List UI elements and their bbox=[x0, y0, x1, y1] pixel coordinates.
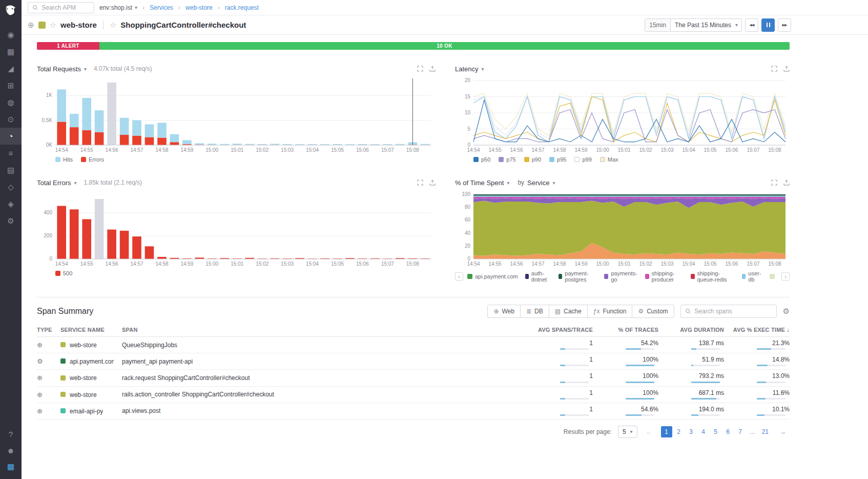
column-header[interactable]: TYPE bbox=[37, 323, 60, 337]
table-row[interactable]: ⊕ email-api-py api.views.post 1 54.6% 19… bbox=[37, 403, 790, 419]
expand-icon[interactable] bbox=[771, 66, 777, 72]
expand-icon[interactable] bbox=[417, 179, 423, 186]
legend-scroll-right-icon[interactable]: › bbox=[781, 272, 790, 281]
filter-db-button[interactable]: ≣DB bbox=[520, 305, 549, 318]
legend-scroll-left-icon[interactable]: ‹ bbox=[455, 272, 463, 281]
filter-web-button[interactable]: ⊕Web bbox=[487, 305, 521, 318]
table-row[interactable]: ⚙ api.payment.com payment_api payment-ap… bbox=[37, 353, 790, 370]
favorite-service-star-icon[interactable]: ☆ bbox=[50, 21, 56, 30]
group-by-select[interactable]: Service bbox=[527, 179, 549, 187]
span-search-box[interactable] bbox=[680, 305, 777, 318]
table-row[interactable]: ⊕ web-store QueueShippingJobs 1 54.2% 13… bbox=[37, 337, 790, 353]
per-page-select[interactable]: 5 ▾ bbox=[618, 426, 637, 438]
filter-custom-button[interactable]: ⚙Custom bbox=[632, 305, 674, 318]
sidebar-item-dashboards[interactable]: ▦ bbox=[0, 43, 22, 60]
favorite-resource-star-icon[interactable]: ☆ bbox=[110, 21, 116, 30]
page-button-6[interactable]: 6 bbox=[722, 426, 734, 437]
env-filter-dropdown[interactable]: env:shop.ist ▾ bbox=[99, 4, 137, 11]
apm-search-input[interactable] bbox=[40, 4, 90, 12]
page-button-21[interactable]: 21 bbox=[759, 426, 771, 437]
pause-button[interactable] bbox=[761, 18, 775, 32]
sidebar-item-logs[interactable]: ≡ bbox=[0, 145, 22, 162]
export-icon[interactable] bbox=[429, 179, 436, 186]
page-button-1[interactable]: 1 bbox=[661, 426, 672, 437]
latency-chart[interactable]: 0510152014:5414:5514:5614:5714:5814:5915… bbox=[455, 76, 790, 153]
panel-title[interactable]: Total Requests bbox=[37, 65, 81, 73]
chevron-down-icon[interactable]: ▾ bbox=[84, 66, 87, 72]
time-range-select[interactable]: 15min The Past 15 Minutes ▾ bbox=[645, 18, 742, 32]
sidebar-item-monitors[interactable]: ◍ bbox=[0, 94, 22, 111]
sidebar-item-watchdog[interactable]: ◉ bbox=[0, 26, 22, 43]
legend-item[interactable]: Errors bbox=[81, 156, 104, 163]
legend-item[interactable]: Hits bbox=[55, 156, 73, 163]
legend-item[interactable]: p99 bbox=[574, 156, 591, 163]
prev-page-button[interactable]: ← bbox=[644, 426, 655, 437]
filter-function-button[interactable]: ƒxFunction bbox=[587, 305, 633, 318]
panel-title[interactable]: Latency bbox=[455, 65, 479, 73]
sidebar-item-bits[interactable]: ▩ bbox=[0, 460, 22, 474]
legend-item[interactable]: Max bbox=[600, 156, 618, 163]
span-search-input[interactable] bbox=[693, 307, 772, 315]
sidebar-item-help[interactable]: ? bbox=[0, 427, 22, 441]
datadog-logo[interactable] bbox=[5, 4, 17, 18]
panel-title[interactable]: % of Time Spent bbox=[455, 179, 504, 187]
sidebar-item-settings[interactable]: ⚙ bbox=[0, 212, 22, 229]
sidebar-item-infrastructure[interactable]: ⊞ bbox=[0, 77, 22, 94]
table-row[interactable]: ⊕ web-store rack.request ShoppingCartCon… bbox=[37, 370, 790, 386]
export-icon[interactable] bbox=[783, 179, 790, 186]
page-button-7[interactable]: 7 bbox=[735, 426, 746, 437]
page-button-4[interactable]: 4 bbox=[698, 426, 709, 437]
sidebar-item-notebooks[interactable]: ▤ bbox=[0, 162, 22, 178]
page-button-5[interactable]: 5 bbox=[710, 426, 721, 437]
legend-item[interactable]: auth-dotnet bbox=[525, 270, 551, 283]
legend-item[interactable]: user-db bbox=[742, 270, 762, 283]
legend-item[interactable]: payment-postgres bbox=[559, 270, 597, 283]
sidebar-item-security[interactable]: ◈ bbox=[0, 195, 22, 212]
legend-item[interactable]: api.payment.com bbox=[467, 270, 518, 283]
column-header[interactable]: AVG % EXEC TIME ↓ bbox=[724, 323, 790, 337]
time-spent-chart[interactable]: 02040608010014:5414:5514:5614:5714:5814:… bbox=[455, 190, 790, 267]
total-requests-chart[interactable]: 0K0.5K1K14:5414:5514:5614:5714:5814:5915… bbox=[37, 76, 436, 153]
total-errors-chart[interactable]: 020040014:5414:5514:5614:5714:5814:5915:… bbox=[37, 190, 436, 267]
export-icon[interactable] bbox=[429, 66, 436, 72]
expand-icon[interactable] bbox=[771, 179, 777, 186]
column-header[interactable]: AVG DURATION bbox=[658, 323, 724, 337]
legend-item[interactable]: p95 bbox=[549, 156, 566, 163]
legend-item[interactable]: p90 bbox=[524, 156, 541, 163]
legend-item[interactable]: p75 bbox=[499, 156, 515, 163]
column-header[interactable]: % OF TRACES bbox=[593, 323, 658, 337]
page-button-3[interactable]: 3 bbox=[686, 426, 697, 437]
breadcrumb-services[interactable]: Services bbox=[150, 4, 173, 11]
column-header[interactable]: SERVICE NAME bbox=[60, 323, 122, 337]
sidebar-item-apm[interactable]: ◔ bbox=[0, 128, 22, 145]
sidebar-item-account[interactable]: ☻ bbox=[0, 443, 22, 457]
chevron-down-icon[interactable]: ▾ bbox=[552, 180, 555, 186]
breadcrumb-rack-request[interactable]: rack.request bbox=[225, 4, 259, 11]
column-header[interactable]: AVG SPANS/TRACE bbox=[527, 323, 593, 337]
chevron-down-icon[interactable]: ▾ bbox=[507, 180, 509, 186]
step-forward-button[interactable]: ▶▶ bbox=[778, 18, 791, 32]
export-icon[interactable] bbox=[783, 66, 790, 72]
chevron-down-icon[interactable]: ▾ bbox=[74, 180, 76, 186]
breadcrumb-web-store[interactable]: web-store bbox=[185, 4, 213, 11]
ok-status-segment[interactable]: 10 OK bbox=[99, 42, 790, 50]
legend-item[interactable] bbox=[770, 270, 777, 283]
legend-item[interactable]: shipping-queue-redis bbox=[691, 270, 735, 283]
alert-status-segment[interactable]: 1 ALERT bbox=[37, 42, 99, 50]
expand-icon[interactable] bbox=[417, 66, 423, 72]
legend-item[interactable]: shipping-producer bbox=[645, 270, 684, 283]
filter-cache-button[interactable]: ▤Cache bbox=[549, 305, 588, 318]
next-page-button[interactable]: → bbox=[777, 426, 789, 437]
table-settings-gear-icon[interactable]: ⚙ bbox=[783, 307, 790, 316]
chevron-down-icon[interactable]: ▾ bbox=[482, 66, 484, 72]
panel-title[interactable]: Total Errors bbox=[37, 179, 71, 187]
sidebar-item-metrics[interactable]: ◢ bbox=[0, 60, 22, 77]
apm-search-box[interactable] bbox=[28, 2, 94, 13]
table-row[interactable]: ⊕ web-store rails.action_controller Shop… bbox=[37, 386, 790, 403]
step-back-button[interactable]: ◀◀ bbox=[745, 18, 758, 32]
legend-item[interactable]: payments-go bbox=[604, 270, 638, 283]
page-button-2[interactable]: 2 bbox=[673, 426, 685, 437]
sidebar-item-synthetics[interactable]: ◇ bbox=[0, 178, 22, 195]
column-header[interactable]: SPAN bbox=[122, 323, 527, 337]
sidebar-item-integrations[interactable]: ⊙ bbox=[0, 111, 22, 128]
